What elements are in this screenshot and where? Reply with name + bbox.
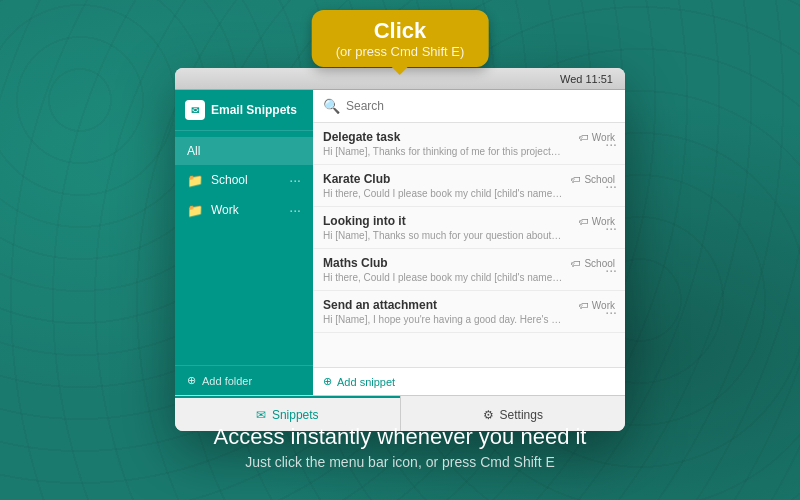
snippet-dots-icon[interactable]: ··· (605, 262, 617, 278)
snippet-preview: Hi [Name], Thanks so much for your quest… (323, 230, 563, 241)
snippet-item-header: Karate Club 🏷 School (323, 172, 615, 186)
search-input[interactable] (346, 99, 615, 113)
snippet-preview: Hi there, Could I please book my child [… (323, 272, 563, 283)
app-window: Wed 11:51 ✉ Email Snippets All 📁 School … (175, 68, 625, 431)
bottom-subtext: Just click the menu bar icon, or press C… (0, 454, 800, 470)
main-footer: ⊕ Add snippet (313, 367, 625, 395)
click-bubble: Click (or press Cmd Shift E) (312, 10, 489, 67)
add-folder-button[interactable]: ⊕ Add folder (187, 374, 301, 387)
snippet-dots-icon[interactable]: ··· (605, 136, 617, 152)
add-folder-label: Add folder (202, 375, 252, 387)
work-dots-icon[interactable]: ··· (289, 202, 301, 218)
folder-icon-work: 📁 (187, 203, 203, 218)
snippet-title: Send an attachment (323, 298, 437, 312)
snippet-list: Delegate task 🏷 Work Hi [Name], Thanks f… (313, 123, 625, 367)
bubble-subtitle: (or press Cmd Shift E) (336, 44, 465, 59)
add-snippet-button[interactable]: ⊕ Add snippet (323, 375, 615, 388)
snippet-item-header: Send an attachment 🏷 Work (323, 298, 615, 312)
sidebar-logo-icon: ✉ (185, 100, 205, 120)
snippet-dots-icon[interactable]: ··· (605, 178, 617, 194)
tag-icon: 🏷 (571, 174, 581, 185)
sidebar-item-work[interactable]: 📁 Work ··· (175, 195, 313, 225)
snippet-item[interactable]: Maths Club 🏷 School Hi there, Could I pl… (313, 249, 625, 291)
snippet-title: Karate Club (323, 172, 390, 186)
tag-icon: 🏷 (579, 300, 589, 311)
gear-icon: ⚙ (483, 408, 494, 422)
snippets-tab-icon: ✉ (256, 408, 266, 422)
sidebar: ✉ Email Snippets All 📁 School ··· 📁 Work… (175, 90, 313, 395)
search-bar: 🔍 (313, 90, 625, 123)
popup-panel: ✉ Email Snippets All 📁 School ··· 📁 Work… (175, 90, 625, 395)
sidebar-item-all[interactable]: All (175, 137, 313, 165)
snippet-item[interactable]: Looking into it 🏷 Work Hi [Name], Thanks… (313, 207, 625, 249)
add-snippet-plus-icon: ⊕ (323, 375, 332, 388)
snippet-preview: Hi there, Could I please book my child [… (323, 188, 563, 199)
tag-icon: 🏷 (579, 216, 589, 227)
bottom-headline: Access instantly whenever you need it (0, 424, 800, 450)
sidebar-title: Email Snippets (211, 103, 297, 117)
snippet-title: Looking into it (323, 214, 406, 228)
snippet-dots-icon[interactable]: ··· (605, 304, 617, 320)
sidebar-nav: All 📁 School ··· 📁 Work ··· (175, 131, 313, 365)
add-folder-plus-icon: ⊕ (187, 374, 196, 387)
add-snippet-label: Add snippet (337, 376, 395, 388)
snippet-item-header: Delegate task 🏷 Work (323, 130, 615, 144)
sidebar-header: ✉ Email Snippets (175, 90, 313, 131)
sidebar-item-school[interactable]: 📁 School ··· (175, 165, 313, 195)
snippet-preview: Hi [Name], Thanks for thinking of me for… (323, 146, 563, 157)
tag-icon: 🏷 (571, 258, 581, 269)
snippet-item[interactable]: Send an attachment 🏷 Work Hi [Name], I h… (313, 291, 625, 333)
sidebar-school-label: School (211, 173, 281, 187)
settings-tab-label: Settings (500, 408, 543, 422)
snippet-title: Maths Club (323, 256, 388, 270)
snippet-item[interactable]: Karate Club 🏷 School Hi there, Could I p… (313, 165, 625, 207)
folder-icon-school: 📁 (187, 173, 203, 188)
snippet-preview: Hi [Name], I hope you're having a good d… (323, 314, 563, 325)
snippet-item-header: Maths Club 🏷 School (323, 256, 615, 270)
bottom-text: Access instantly whenever you need it Ju… (0, 424, 800, 470)
sidebar-work-label: Work (211, 203, 281, 217)
main-content: 🔍 Delegate task 🏷 Work Hi [Name], Thanks… (313, 90, 625, 395)
sidebar-all-label: All (187, 144, 301, 158)
search-icon: 🔍 (323, 98, 340, 114)
snippet-title: Delegate task (323, 130, 400, 144)
bubble-title: Click (336, 18, 465, 44)
snippet-item[interactable]: Delegate task 🏷 Work Hi [Name], Thanks f… (313, 123, 625, 165)
tag-icon: 🏷 (579, 132, 589, 143)
snippet-dots-icon[interactable]: ··· (605, 220, 617, 236)
clock: Wed 11:51 (560, 73, 613, 85)
snippet-item-header: Looking into it 🏷 Work (323, 214, 615, 228)
school-dots-icon[interactable]: ··· (289, 172, 301, 188)
snippets-tab-label: Snippets (272, 408, 319, 422)
sidebar-footer: ⊕ Add folder (175, 365, 313, 395)
